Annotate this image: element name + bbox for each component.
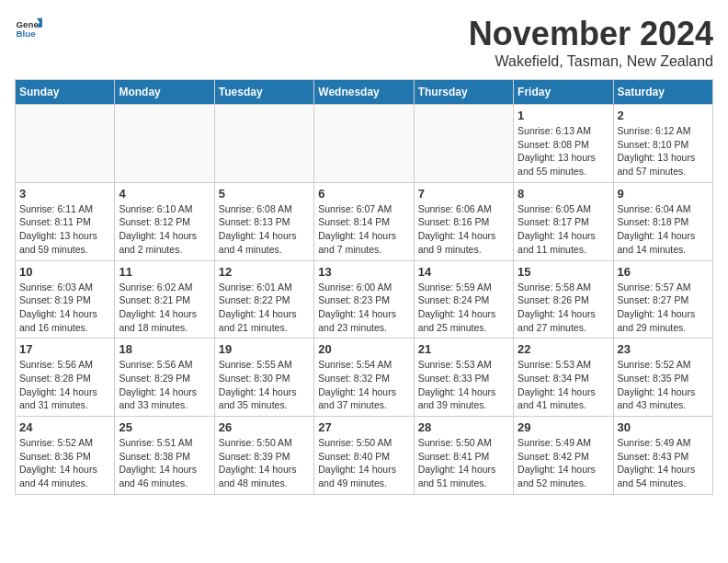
day-info: Sunrise: 5:49 AM Sunset: 8:42 PM Dayligh… bbox=[518, 436, 609, 490]
day-number: 11 bbox=[119, 265, 210, 279]
calendar-cell: 1Sunrise: 6:13 AM Sunset: 8:08 PM Daylig… bbox=[514, 105, 613, 183]
day-info: Sunrise: 5:53 AM Sunset: 8:33 PM Dayligh… bbox=[418, 358, 509, 412]
day-info: Sunrise: 6:07 AM Sunset: 8:14 PM Dayligh… bbox=[318, 202, 409, 257]
day-info: Sunrise: 5:57 AM Sunset: 8:27 PM Dayligh… bbox=[618, 281, 709, 335]
calendar-cell: 23Sunrise: 5:52 AM Sunset: 8:35 PM Dayli… bbox=[613, 339, 712, 417]
day-number: 18 bbox=[119, 342, 210, 356]
day-info: Sunrise: 6:02 AM Sunset: 8:21 PM Dayligh… bbox=[119, 281, 210, 335]
day-number: 8 bbox=[518, 187, 609, 201]
calendar-cell: 21Sunrise: 5:53 AM Sunset: 8:33 PM Dayli… bbox=[414, 339, 513, 417]
calendar-week-row: 10Sunrise: 6:03 AM Sunset: 8:19 PM Dayli… bbox=[16, 260, 713, 339]
calendar-cell: 3Sunrise: 6:11 AM Sunset: 8:11 PM Daylig… bbox=[16, 182, 115, 260]
calendar-cell: 6Sunrise: 6:07 AM Sunset: 8:14 PM Daylig… bbox=[314, 182, 414, 260]
day-number: 16 bbox=[618, 265, 709, 279]
calendar-week-row: 17Sunrise: 5:56 AM Sunset: 8:28 PM Dayli… bbox=[16, 339, 713, 417]
day-number: 19 bbox=[219, 342, 310, 356]
day-number: 20 bbox=[318, 342, 409, 356]
day-info: Sunrise: 6:01 AM Sunset: 8:22 PM Dayligh… bbox=[219, 281, 310, 335]
day-info: Sunrise: 5:50 AM Sunset: 8:39 PM Dayligh… bbox=[219, 436, 310, 490]
day-number: 5 bbox=[219, 187, 310, 201]
day-info: Sunrise: 5:49 AM Sunset: 8:43 PM Dayligh… bbox=[618, 436, 709, 490]
calendar-body: 1Sunrise: 6:13 AM Sunset: 8:08 PM Daylig… bbox=[16, 105, 713, 495]
day-number: 12 bbox=[219, 265, 310, 279]
day-number: 24 bbox=[19, 420, 110, 434]
day-number: 15 bbox=[518, 265, 609, 279]
day-info: Sunrise: 5:58 AM Sunset: 8:26 PM Dayligh… bbox=[518, 281, 609, 335]
day-number: 21 bbox=[418, 342, 509, 356]
day-number: 29 bbox=[518, 420, 609, 434]
weekday-header-cell: Tuesday bbox=[214, 80, 313, 105]
weekday-header-cell: Friday bbox=[514, 80, 613, 105]
calendar-week-row: 3Sunrise: 6:11 AM Sunset: 8:11 PM Daylig… bbox=[16, 182, 713, 260]
calendar-cell: 29Sunrise: 5:49 AM Sunset: 8:42 PM Dayli… bbox=[514, 417, 613, 495]
calendar-cell bbox=[314, 105, 414, 183]
calendar-week-row: 1Sunrise: 6:13 AM Sunset: 8:08 PM Daylig… bbox=[16, 105, 713, 183]
calendar-cell: 13Sunrise: 6:00 AM Sunset: 8:23 PM Dayli… bbox=[314, 260, 414, 339]
calendar-cell bbox=[115, 105, 214, 183]
month-title: November 2024 bbox=[469, 15, 713, 53]
day-number: 1 bbox=[518, 109, 609, 122]
day-info: Sunrise: 5:54 AM Sunset: 8:32 PM Dayligh… bbox=[318, 358, 409, 412]
day-number: 23 bbox=[618, 342, 709, 356]
day-info: Sunrise: 6:08 AM Sunset: 8:13 PM Dayligh… bbox=[219, 202, 310, 257]
calendar-cell bbox=[214, 105, 313, 183]
calendar-cell: 26Sunrise: 5:50 AM Sunset: 8:39 PM Dayli… bbox=[214, 417, 313, 495]
calendar-cell: 14Sunrise: 5:59 AM Sunset: 8:24 PM Dayli… bbox=[414, 260, 513, 339]
calendar-cell: 5Sunrise: 6:08 AM Sunset: 8:13 PM Daylig… bbox=[214, 182, 313, 260]
day-number: 6 bbox=[318, 187, 409, 201]
day-number: 14 bbox=[418, 265, 509, 279]
weekday-header-cell: Thursday bbox=[414, 80, 513, 105]
day-number: 3 bbox=[19, 187, 110, 201]
calendar-cell bbox=[414, 105, 513, 183]
weekday-header: SundayMondayTuesdayWednesdayThursdayFrid… bbox=[16, 80, 713, 105]
day-info: Sunrise: 6:12 AM Sunset: 8:10 PM Dayligh… bbox=[618, 124, 709, 178]
calendar-cell: 20Sunrise: 5:54 AM Sunset: 8:32 PM Dayli… bbox=[314, 339, 414, 417]
calendar: SundayMondayTuesdayWednesdayThursdayFrid… bbox=[15, 79, 713, 495]
day-number: 4 bbox=[119, 187, 210, 201]
calendar-cell: 27Sunrise: 5:50 AM Sunset: 8:40 PM Dayli… bbox=[314, 417, 414, 495]
day-info: Sunrise: 6:03 AM Sunset: 8:19 PM Dayligh… bbox=[19, 281, 110, 335]
day-info: Sunrise: 6:06 AM Sunset: 8:16 PM Dayligh… bbox=[418, 202, 509, 257]
calendar-week-row: 24Sunrise: 5:52 AM Sunset: 8:36 PM Dayli… bbox=[16, 417, 713, 495]
calendar-cell: 9Sunrise: 6:04 AM Sunset: 8:18 PM Daylig… bbox=[613, 182, 712, 260]
day-info: Sunrise: 6:00 AM Sunset: 8:23 PM Dayligh… bbox=[318, 281, 409, 335]
calendar-cell: 24Sunrise: 5:52 AM Sunset: 8:36 PM Dayli… bbox=[16, 417, 115, 495]
day-info: Sunrise: 5:56 AM Sunset: 8:28 PM Dayligh… bbox=[19, 358, 110, 412]
logo: General Blue bbox=[15, 15, 42, 42]
day-info: Sunrise: 6:13 AM Sunset: 8:08 PM Dayligh… bbox=[518, 124, 609, 178]
day-info: Sunrise: 5:50 AM Sunset: 8:41 PM Dayligh… bbox=[418, 436, 509, 490]
day-info: Sunrise: 6:11 AM Sunset: 8:11 PM Dayligh… bbox=[19, 202, 110, 257]
calendar-cell bbox=[16, 105, 115, 183]
calendar-cell: 4Sunrise: 6:10 AM Sunset: 8:12 PM Daylig… bbox=[115, 182, 214, 260]
calendar-cell: 16Sunrise: 5:57 AM Sunset: 8:27 PM Dayli… bbox=[613, 260, 712, 339]
day-number: 2 bbox=[618, 109, 709, 122]
weekday-header-cell: Wednesday bbox=[314, 80, 414, 105]
calendar-cell: 18Sunrise: 5:56 AM Sunset: 8:29 PM Dayli… bbox=[115, 339, 214, 417]
calendar-cell: 7Sunrise: 6:06 AM Sunset: 8:16 PM Daylig… bbox=[414, 182, 513, 260]
day-number: 30 bbox=[618, 420, 709, 434]
calendar-cell: 2Sunrise: 6:12 AM Sunset: 8:10 PM Daylig… bbox=[613, 105, 712, 183]
day-number: 17 bbox=[19, 342, 110, 356]
day-number: 9 bbox=[618, 187, 709, 201]
day-number: 28 bbox=[418, 420, 509, 434]
calendar-cell: 25Sunrise: 5:51 AM Sunset: 8:38 PM Dayli… bbox=[115, 417, 214, 495]
calendar-cell: 22Sunrise: 5:53 AM Sunset: 8:34 PM Dayli… bbox=[514, 339, 613, 417]
day-info: Sunrise: 6:10 AM Sunset: 8:12 PM Dayligh… bbox=[119, 202, 210, 257]
day-info: Sunrise: 5:53 AM Sunset: 8:34 PM Dayligh… bbox=[518, 358, 609, 412]
logo-icon: General Blue bbox=[15, 15, 42, 42]
day-info: Sunrise: 5:52 AM Sunset: 8:35 PM Dayligh… bbox=[618, 358, 709, 412]
header: General Blue November 2024 Wakefield, Ta… bbox=[15, 15, 713, 70]
title-area: November 2024 Wakefield, Tasman, New Zea… bbox=[469, 15, 713, 70]
calendar-cell: 17Sunrise: 5:56 AM Sunset: 8:28 PM Dayli… bbox=[16, 339, 115, 417]
calendar-cell: 30Sunrise: 5:49 AM Sunset: 8:43 PM Dayli… bbox=[613, 417, 712, 495]
location-title: Wakefield, Tasman, New Zealand bbox=[469, 53, 713, 70]
day-info: Sunrise: 6:04 AM Sunset: 8:18 PM Dayligh… bbox=[618, 202, 709, 257]
day-number: 26 bbox=[219, 420, 310, 434]
day-info: Sunrise: 5:51 AM Sunset: 8:38 PM Dayligh… bbox=[119, 436, 210, 490]
calendar-cell: 10Sunrise: 6:03 AM Sunset: 8:19 PM Dayli… bbox=[16, 260, 115, 339]
calendar-cell: 12Sunrise: 6:01 AM Sunset: 8:22 PM Dayli… bbox=[214, 260, 313, 339]
day-info: Sunrise: 5:52 AM Sunset: 8:36 PM Dayligh… bbox=[19, 436, 110, 490]
day-number: 25 bbox=[119, 420, 210, 434]
day-info: Sunrise: 5:59 AM Sunset: 8:24 PM Dayligh… bbox=[418, 281, 509, 335]
calendar-cell: 28Sunrise: 5:50 AM Sunset: 8:41 PM Dayli… bbox=[414, 417, 513, 495]
